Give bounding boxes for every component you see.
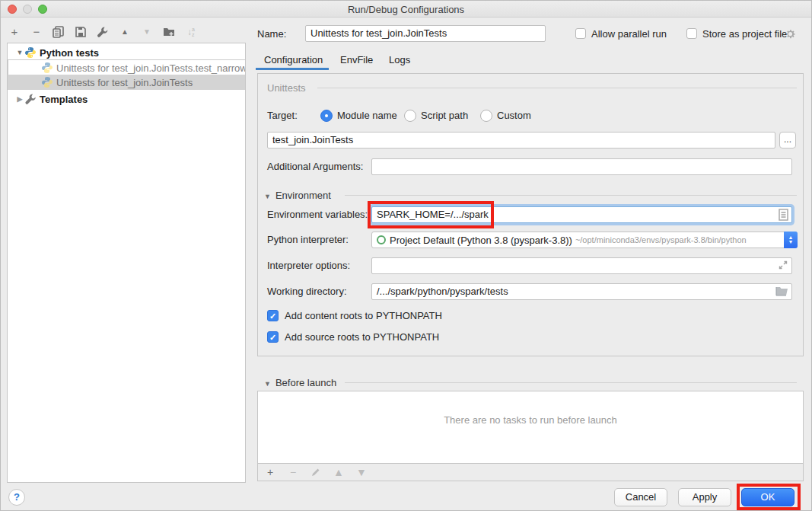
- expand-field-icon[interactable]: [778, 260, 788, 273]
- configurations-tree: ▼ Python tests Unittests for test_join.J…: [7, 43, 246, 483]
- module-name-input[interactable]: test_join.JoinTests: [267, 132, 775, 149]
- python-icon: [41, 62, 53, 74]
- before-launch-panel: There are no tasks to run before launch …: [257, 391, 804, 481]
- chevron-right-icon[interactable]: ▶: [15, 95, 24, 103]
- python-interpreter-label: Python interpreter:: [267, 232, 349, 248]
- move-up-icon: ▲: [333, 466, 345, 478]
- combo-stepper-icon[interactable]: ▲▼: [784, 232, 798, 248]
- folder-icon[interactable]: [775, 286, 788, 299]
- allow-parallel-run-label: Allow parallel run: [591, 26, 667, 43]
- additional-arguments-input[interactable]: [371, 158, 792, 175]
- name-label: Name:: [257, 26, 286, 43]
- tree-item-label: Python tests: [40, 47, 99, 59]
- environment-section-label: Environment: [275, 190, 331, 201]
- tree-item-python-tests[interactable]: ▼ Python tests: [8, 45, 245, 60]
- add-source-roots-label: Add source roots to PYTHONPATH: [285, 329, 439, 346]
- add-icon[interactable]: +: [264, 466, 276, 478]
- tree-item-label: Unittests for test_join.JoinTests: [56, 77, 193, 88]
- save-configuration-icon[interactable]: [75, 26, 87, 38]
- environment-variables-label: Environment variables:: [267, 206, 368, 223]
- python-icon: [24, 46, 37, 59]
- edit-icon: [310, 466, 322, 478]
- tree-item-label: Unittests for test_join.JoinTests.test_n…: [56, 62, 245, 74]
- conda-env-icon: [377, 235, 386, 244]
- interpreter-options-input[interactable]: [371, 257, 792, 274]
- before-launch-toolbar: + − ▲ ▼: [258, 463, 803, 481]
- add-content-roots-checkbox[interactable]: ✓: [267, 310, 279, 321]
- python-interpreter-select[interactable]: Project Default (Python 3.8 (pyspark-3.8…: [371, 232, 798, 248]
- name-input[interactable]: Unittests for test_join.JoinTests: [305, 25, 546, 42]
- move-down-icon: ▼: [141, 26, 153, 38]
- chevron-down-icon[interactable]: ▼: [15, 49, 24, 56]
- chevron-down-icon[interactable]: ▼: [264, 380, 271, 388]
- move-down-icon: ▼: [355, 466, 368, 478]
- interpreter-value: Project Default (Python 3.8 (pyspark-3.8…: [390, 235, 572, 246]
- target-module-name-label[interactable]: Module name: [337, 107, 397, 124]
- before-launch-label: Before launch: [275, 377, 336, 388]
- unittests-group-label: Unittests: [267, 82, 306, 94]
- environment-section-header[interactable]: ▼Environment: [264, 190, 331, 201]
- cancel-button[interactable]: Cancel: [614, 488, 667, 506]
- target-script-path-label[interactable]: Script path: [421, 107, 468, 124]
- browse-module-button[interactable]: ...: [779, 132, 796, 149]
- tree-item-label: Templates: [40, 94, 88, 105]
- window-title: Run/Debug Configurations: [1, 4, 811, 15]
- target-custom-radio[interactable]: [480, 110, 492, 122]
- python-icon: [41, 76, 53, 88]
- divider: [345, 195, 797, 196]
- target-module-name-radio[interactable]: [320, 110, 333, 122]
- before-launch-empty-text: There are no tasks to run before launch: [258, 414, 803, 426]
- store-as-project-file-label: Store as project file: [702, 26, 787, 43]
- add-content-roots-label: Add content roots to PYTHONPATH: [285, 308, 442, 324]
- apply-button[interactable]: Apply: [678, 488, 731, 506]
- interpreter-options-label: Interpreter options:: [267, 257, 350, 274]
- target-script-path-radio[interactable]: [404, 110, 416, 122]
- tab-logs[interactable]: Logs: [389, 54, 410, 65]
- remove-icon[interactable]: −: [30, 26, 43, 38]
- move-up-icon[interactable]: ▲: [119, 26, 131, 38]
- working-directory-label: Working directory:: [267, 283, 347, 300]
- wrench-icon: [24, 93, 37, 105]
- new-folder-icon[interactable]: [163, 26, 175, 38]
- copy-configuration-icon[interactable]: [53, 26, 65, 38]
- active-tab-indicator: [256, 68, 329, 70]
- edit-templates-icon[interactable]: [97, 26, 109, 38]
- divider: [317, 88, 797, 88]
- run-debug-configurations-dialog: Run/Debug Configurations + − ▲ ▼ ↓az ▼ P…: [0, 0, 812, 511]
- sort-configurations-icon: ↓az: [185, 26, 197, 38]
- env-variables-list-icon[interactable]: [779, 209, 788, 224]
- allow-parallel-run-checkbox[interactable]: [575, 28, 586, 39]
- store-as-project-file-checkbox[interactable]: [686, 28, 697, 39]
- ok-button[interactable]: OK: [741, 488, 794, 506]
- target-label: Target:: [267, 107, 298, 124]
- configurations-toolbar: + − ▲ ▼ ↓az: [8, 24, 197, 40]
- interpreter-path: ~/opt/miniconda3/envs/pyspark-3.8/bin/py…: [575, 235, 747, 244]
- before-launch-section-header[interactable]: ▼Before launch: [264, 377, 336, 388]
- remove-icon: −: [287, 466, 299, 478]
- add-source-roots-checkbox[interactable]: ✓: [267, 331, 279, 343]
- tree-item-config-selected[interactable]: Unittests for test_join.JoinTests: [8, 75, 245, 90]
- gear-icon[interactable]: [785, 28, 796, 43]
- help-button[interactable]: ?: [8, 489, 25, 506]
- chevron-down-icon[interactable]: ▼: [264, 193, 271, 200]
- target-custom-label[interactable]: Custom: [497, 107, 531, 124]
- titlebar: Run/Debug Configurations: [1, 1, 811, 18]
- tab-envfile[interactable]: EnvFile: [340, 54, 373, 65]
- working-directory-input[interactable]: /.../spark/python/pyspark/tests: [371, 283, 792, 300]
- environment-variables-input[interactable]: SPARK_HOME=/.../spark: [371, 206, 792, 223]
- tree-item-config-narrow[interactable]: Unittests for test_join.JoinTests.test_n…: [8, 60, 245, 75]
- additional-arguments-label: Additional Arguments:: [267, 158, 363, 175]
- tab-configuration[interactable]: Configuration: [264, 54, 323, 65]
- add-icon[interactable]: +: [8, 26, 21, 38]
- divider: [345, 382, 797, 383]
- tree-item-templates[interactable]: ▶ Templates: [8, 91, 245, 107]
